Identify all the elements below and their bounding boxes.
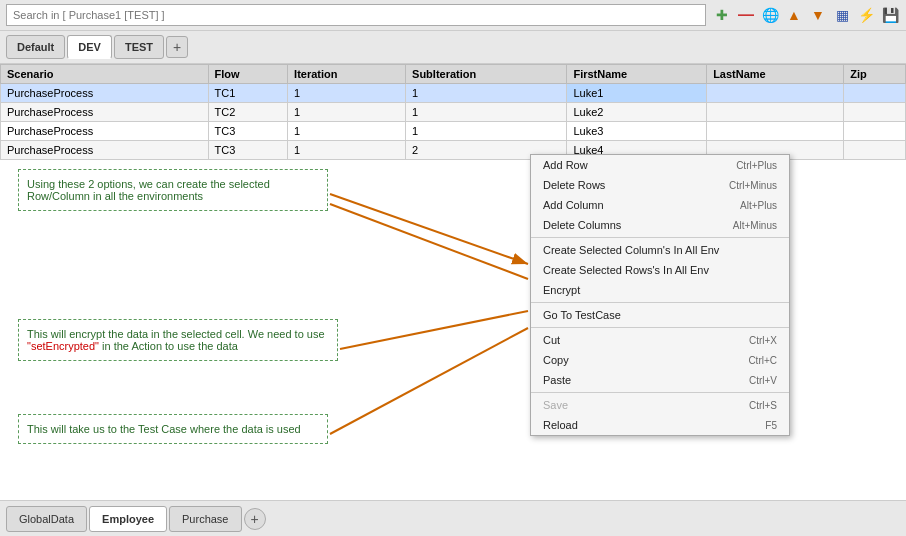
search-input[interactable] — [6, 4, 706, 26]
cell-zip[interactable] — [844, 103, 906, 122]
bottom-tab-purchase-label: Purchase — [182, 513, 228, 525]
menu-create-col-all-env-label: Create Selected Column's In All Env — [543, 244, 719, 256]
menu-delete-rows-shortcut: Ctrl+Minus — [729, 180, 777, 191]
bottom-tab-bar: GlobalData Employee Purchase + — [0, 500, 906, 536]
tab-dev[interactable]: DEV — [67, 35, 112, 59]
toolbar: ✚ — 🌐 ▲ ▼ ▦ ⚡ 💾 — [0, 0, 906, 31]
cell-lastname[interactable] — [707, 84, 844, 103]
col-subiteration: SubIteration — [406, 65, 567, 84]
arrow-up-icon[interactable]: ▲ — [784, 5, 804, 25]
menu-delete-rows[interactable]: Delete Rows Ctrl+Minus — [531, 175, 789, 195]
menu-delete-columns-shortcut: Alt+Minus — [733, 220, 777, 231]
tab-bar: Default DEV TEST + — [0, 31, 906, 64]
table-row[interactable]: PurchaseProcess TC1 1 1 Luke1 — [1, 84, 906, 103]
data-table: Scenario Flow Iteration SubIteration Fir… — [0, 64, 906, 160]
cell-scenario[interactable]: PurchaseProcess — [1, 141, 209, 160]
cell-scenario[interactable]: PurchaseProcess — [1, 122, 209, 141]
menu-cut-label: Cut — [543, 334, 560, 346]
cell-firstname[interactable]: Luke1 — [567, 84, 707, 103]
col-firstname: FirstName — [567, 65, 707, 84]
separator-2 — [531, 302, 789, 303]
menu-copy-label: Copy — [543, 354, 569, 366]
separator-4 — [531, 392, 789, 393]
cell-flow[interactable]: TC3 — [208, 122, 288, 141]
menu-add-row[interactable]: Add Row Ctrl+Plus — [531, 155, 789, 175]
annotation-box-3: This will take us to the Test Case where… — [18, 414, 328, 444]
cell-flow[interactable]: TC1 — [208, 84, 288, 103]
cell-flow[interactable]: TC2 — [208, 103, 288, 122]
col-scenario: Scenario — [1, 65, 209, 84]
menu-paste[interactable]: Paste Ctrl+V — [531, 370, 789, 390]
menu-goto-testcase-label: Go To TestCase — [543, 309, 621, 321]
menu-add-column-label: Add Column — [543, 199, 604, 211]
cell-iteration[interactable]: 1 — [288, 122, 406, 141]
cell-firstname[interactable]: Luke2 — [567, 103, 707, 122]
cell-subiteration[interactable]: 1 — [406, 84, 567, 103]
cell-scenario[interactable]: PurchaseProcess — [1, 84, 209, 103]
menu-copy[interactable]: Copy Ctrl+C — [531, 350, 789, 370]
cell-lastname[interactable] — [707, 103, 844, 122]
cell-zip[interactable] — [844, 122, 906, 141]
cell-flow[interactable]: TC3 — [208, 141, 288, 160]
menu-cut-shortcut: Ctrl+X — [749, 335, 777, 346]
menu-add-column[interactable]: Add Column Alt+Plus — [531, 195, 789, 215]
menu-create-col-all-env[interactable]: Create Selected Column's In All Env — [531, 240, 789, 260]
cell-subiteration[interactable]: 1 — [406, 103, 567, 122]
bottom-tab-employee-label: Employee — [102, 513, 154, 525]
tab-default[interactable]: Default — [6, 35, 65, 59]
menu-add-row-label: Add Row — [543, 159, 588, 171]
menu-reload-label: Reload — [543, 419, 578, 431]
cell-subiteration[interactable]: 1 — [406, 122, 567, 141]
menu-save-shortcut: Ctrl+S — [749, 400, 777, 411]
tab-test[interactable]: TEST — [114, 35, 164, 59]
separator-3 — [531, 327, 789, 328]
annotation-text-2-prefix: This will encrypt the data in the select… — [27, 328, 325, 340]
annotation-text-2-suffix: in the Action to use the data — [102, 340, 238, 352]
cell-iteration[interactable]: 1 — [288, 103, 406, 122]
annotation-box-1: Using these 2 options, we can create the… — [18, 169, 328, 211]
save-cloud-icon[interactable]: 💾 — [880, 5, 900, 25]
menu-encrypt[interactable]: Encrypt — [531, 280, 789, 300]
toolbar-icons: ✚ — 🌐 ▲ ▼ ▦ ⚡ 💾 — [712, 5, 900, 25]
cell-iteration[interactable]: 1 — [288, 84, 406, 103]
menu-encrypt-label: Encrypt — [543, 284, 580, 296]
col-zip: Zip — [844, 65, 906, 84]
bottom-tab-employee[interactable]: Employee — [89, 506, 167, 532]
tab-add-button[interactable]: + — [166, 36, 188, 58]
cell-zip[interactable] — [844, 141, 906, 160]
col-flow: Flow — [208, 65, 288, 84]
bottom-tab-globaldata[interactable]: GlobalData — [6, 506, 87, 532]
add-green-icon[interactable]: ✚ — [712, 5, 732, 25]
col-iteration: Iteration — [288, 65, 406, 84]
cell-firstname[interactable]: Luke3 — [567, 122, 707, 141]
refresh-icon[interactable]: ⚡ — [856, 5, 876, 25]
menu-goto-testcase[interactable]: Go To TestCase — [531, 305, 789, 325]
menu-reload[interactable]: Reload F5 — [531, 415, 789, 435]
cell-iteration[interactable]: 1 — [288, 141, 406, 160]
annotation-text-1: Using these 2 options, we can create the… — [27, 178, 270, 202]
menu-cut[interactable]: Cut Ctrl+X — [531, 330, 789, 350]
menu-create-rows-all-env-label: Create Selected Rows's In All Env — [543, 264, 709, 276]
bottom-tab-add-button[interactable]: + — [244, 508, 266, 530]
bottom-tab-purchase[interactable]: Purchase — [169, 506, 241, 532]
menu-create-rows-all-env[interactable]: Create Selected Rows's In All Env — [531, 260, 789, 280]
grid-icon[interactable]: ▦ — [832, 5, 852, 25]
remove-red-icon[interactable]: — — [736, 5, 756, 25]
table-row[interactable]: PurchaseProcess TC3 1 1 Luke3 — [1, 122, 906, 141]
menu-add-column-shortcut: Alt+Plus — [740, 200, 777, 211]
separator-1 — [531, 237, 789, 238]
menu-save-label: Save — [543, 399, 568, 411]
menu-delete-columns[interactable]: Delete Columns Alt+Minus — [531, 215, 789, 235]
menu-paste-label: Paste — [543, 374, 571, 386]
globe-icon[interactable]: 🌐 — [760, 5, 780, 25]
annotation-text-3: This will take us to the Test Case where… — [27, 423, 301, 435]
table-row[interactable]: PurchaseProcess TC2 1 1 Luke2 — [1, 103, 906, 122]
bottom-tab-globaldata-label: GlobalData — [19, 513, 74, 525]
main-content: Scenario Flow Iteration SubIteration Fir… — [0, 64, 906, 500]
menu-delete-rows-label: Delete Rows — [543, 179, 605, 191]
col-lastname: LastName — [707, 65, 844, 84]
cell-zip[interactable] — [844, 84, 906, 103]
arrow-down-icon[interactable]: ▼ — [808, 5, 828, 25]
cell-scenario[interactable]: PurchaseProcess — [1, 103, 209, 122]
cell-lastname[interactable] — [707, 122, 844, 141]
